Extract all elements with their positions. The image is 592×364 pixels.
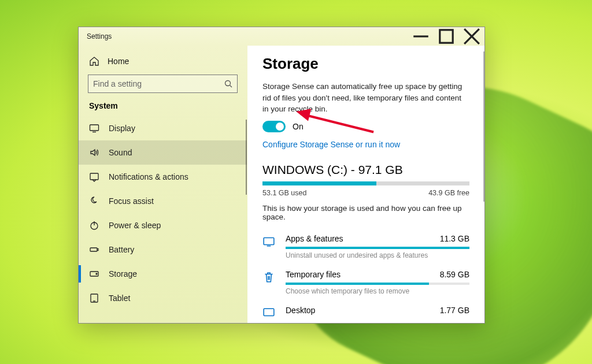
nav-label: Battery: [109, 245, 134, 254]
nav-item-display[interactable]: Display: [79, 116, 247, 140]
category-sub: Choose which temporary files to remove: [286, 287, 469, 295]
close-button[interactable]: [459, 27, 484, 46]
category-size: 8.59 GB: [440, 270, 469, 279]
window-title: Settings: [87, 32, 112, 40]
nav-label: Sound: [109, 148, 132, 157]
titlebar: Settings: [79, 27, 484, 46]
drive-free-label: 43.9 GB free: [428, 189, 469, 197]
home-icon: [89, 56, 99, 66]
storage-sense-description: Storage Sense can automatically free up …: [262, 81, 469, 115]
focus-assist-icon: [89, 196, 99, 206]
category-apps-features[interactable]: Apps & features11.3 GB Uninstall unused …: [262, 231, 469, 266]
svg-rect-8: [90, 173, 98, 180]
nav-label: Tablet: [109, 294, 130, 303]
category-temporary-files[interactable]: Temporary files8.59 GB Choose which temp…: [262, 266, 469, 302]
category-desktop[interactable]: Desktop1.77 GB: [262, 302, 469, 320]
nav-item-focus-assist[interactable]: Focus assist: [79, 189, 247, 213]
svg-point-14: [96, 273, 97, 274]
category-name: Desktop: [286, 306, 315, 315]
maximize-button[interactable]: [434, 27, 459, 46]
search-box[interactable]: [88, 75, 238, 93]
svg-point-4: [225, 81, 231, 86]
svg-rect-11: [90, 248, 97, 251]
home-link[interactable]: Home: [79, 53, 247, 75]
drive-used-label: 53.1 GB used: [262, 189, 306, 197]
trash-icon: [262, 270, 275, 284]
settings-window: Settings Home System Display: [78, 27, 485, 324]
search-icon: [224, 80, 232, 88]
svg-rect-1: [440, 30, 453, 43]
tablet-icon: [89, 293, 99, 303]
nav-item-storage[interactable]: Storage: [79, 262, 247, 286]
svg-rect-12: [98, 249, 99, 251]
category-size: 11.3 GB: [440, 234, 469, 243]
storage-sense-toggle[interactable]: [262, 121, 286, 132]
nav-item-tablet[interactable]: Tablet: [79, 286, 247, 310]
drive-usage-bar: [262, 181, 469, 185]
svg-line-5: [230, 86, 232, 88]
toggle-state-label: On: [293, 122, 304, 131]
nav-item-sound[interactable]: Sound: [79, 140, 247, 165]
search-input[interactable]: [93, 79, 224, 88]
sound-icon: [89, 147, 99, 158]
apps-icon: [262, 234, 275, 248]
usage-hint: This is how your storage is used and how…: [262, 204, 469, 221]
category-name: Temporary files: [286, 270, 341, 279]
page-title: Storage: [262, 55, 469, 73]
category-size: 1.77 GB: [440, 306, 469, 315]
content-pane: Storage Storage Sense can automatically …: [247, 46, 484, 323]
svg-rect-21: [264, 309, 274, 315]
sidebar: Home System Display Sound Not: [79, 46, 247, 323]
desktop-icon: [262, 306, 275, 320]
nav-item-notifications[interactable]: Notifications & actions: [79, 165, 247, 189]
display-icon: [89, 123, 99, 133]
category-name: Apps & features: [286, 234, 343, 243]
category-title: System: [79, 101, 247, 116]
notifications-icon: [89, 172, 99, 182]
storage-icon: [89, 269, 99, 279]
svg-rect-17: [264, 237, 274, 244]
nav-label: Focus assist: [109, 196, 154, 206]
configure-storage-sense-link[interactable]: Configure Storage Sense or run it now: [262, 140, 400, 149]
minimize-button[interactable]: [408, 27, 434, 46]
nav-label: Notifications & actions: [109, 172, 188, 181]
nav-label: Storage: [109, 269, 137, 278]
nav-item-battery[interactable]: Battery: [79, 237, 247, 262]
home-label: Home: [108, 57, 129, 66]
nav-list: Display Sound Notifications & actions Fo…: [79, 116, 247, 323]
power-icon: [89, 220, 99, 231]
nav-item-power[interactable]: Power & sleep: [79, 213, 247, 237]
category-sub: Uninstall unused or undesired apps & fea…: [286, 251, 469, 259]
content-scrollbar[interactable]: [483, 51, 484, 202]
drive-heading: WINDOWS (C:) - 97.1 GB: [262, 163, 469, 177]
battery-icon: [89, 244, 99, 255]
nav-label: Display: [109, 124, 135, 133]
svg-rect-6: [90, 125, 99, 131]
nav-label: Power & sleep: [109, 221, 161, 230]
